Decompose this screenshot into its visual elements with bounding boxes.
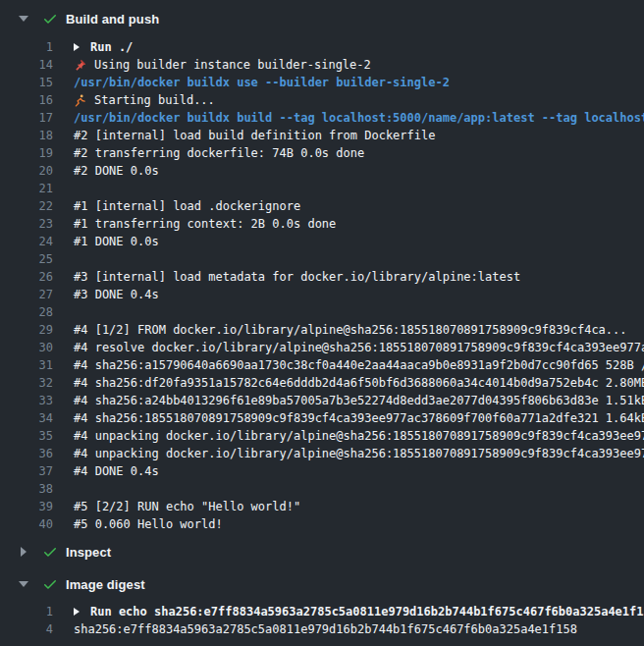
pushpin-icon xyxy=(74,59,86,72)
line-number: 33 xyxy=(0,392,53,409)
log-line[interactable]: 34 #4 sha256:185518070891758909c9f839cf4… xyxy=(0,409,644,427)
line-text-content: /usr/bin/docker buildx use --builder bui… xyxy=(74,74,450,91)
log-line[interactable]: 36 #4 unpacking docker.io/library/alpine… xyxy=(0,445,644,462)
log-line[interactable]: 25 xyxy=(0,250,644,268)
line-text-content: Run echo sha256:e7ff8834a5963a2785c5a081… xyxy=(90,603,644,620)
line-text-content: #4 resolve docker.io/library/alpine@sha2… xyxy=(74,339,644,356)
step-header[interactable]: Inspect xyxy=(0,541,644,563)
log-section: Image digest 1 Run echo sha256:e7ff8834a… xyxy=(0,573,644,638)
command-text: /usr/bin/docker buildx use --builder bui… xyxy=(74,74,450,91)
log-text: #4 unpacking docker.io/library/alpine@sh… xyxy=(74,427,644,445)
line-text-content: Run ./ xyxy=(90,38,133,56)
chevron-down-icon[interactable] xyxy=(18,16,29,22)
line-text-content: #3 DONE 0.4s xyxy=(74,286,159,303)
log-text: #4 sha256:185518070891758909c9f839cf4ca3… xyxy=(74,409,644,427)
step-header[interactable]: Image digest xyxy=(0,573,644,595)
line-number: 14 xyxy=(0,56,53,74)
line-number: 37 xyxy=(0,462,53,480)
log-text: #4 sha256:df20fa9351a15782c64e6dddb2d4a6… xyxy=(74,374,644,392)
line-number: 34 xyxy=(0,409,53,427)
step-header[interactable]: Build and push xyxy=(0,8,644,29)
line-text-content: #4 unpacking docker.io/library/alpine@sh… xyxy=(74,445,644,462)
run-command-text: Run echo sha256:e7ff8834a5963a2785c5a081… xyxy=(74,603,644,620)
log-line[interactable]: 37 #4 DONE 0.4s xyxy=(0,462,644,480)
check-success-icon xyxy=(42,11,58,27)
log-line[interactable]: 32 #4 sha256:df20fa9351a15782c64e6dddb2d… xyxy=(0,374,644,392)
log-line[interactable]: 22 #1 [internal] load .dockerignore xyxy=(0,197,644,215)
log-line[interactable]: 39 #5 [2/2] RUN echo "Hello world!" xyxy=(0,498,644,515)
log-line[interactable]: 17 /usr/bin/docker buildx build --tag lo… xyxy=(0,109,644,127)
log-text: #2 DONE 0.0s xyxy=(74,162,159,180)
log-text: Using builder instance builder-single-2 xyxy=(74,56,371,74)
log-line[interactable]: 20 #2 DONE 0.0s xyxy=(0,162,644,180)
log-line[interactable]: 19 #2 transferring dockerfile: 74B 0.0s … xyxy=(0,144,644,162)
command-text: /usr/bin/docker buildx build --tag local… xyxy=(74,109,644,127)
log-line[interactable]: 14 Using builder instance builder-single… xyxy=(0,56,644,74)
log-line[interactable]: 38 xyxy=(0,480,644,498)
log-line[interactable]: 16 Starting build... xyxy=(0,91,644,109)
log-line[interactable]: 18 #2 [internal] load build definition f… xyxy=(0,127,644,144)
line-text-content: #4 DONE 0.4s xyxy=(74,462,159,480)
log-line[interactable]: 28 xyxy=(0,303,644,321)
log-line[interactable]: 1 Run echo sha256:e7ff8834a5963a2785c5a0… xyxy=(0,603,644,620)
line-number: 32 xyxy=(0,374,53,392)
line-number: 18 xyxy=(0,127,53,144)
play-triangle-icon[interactable] xyxy=(74,43,80,51)
line-text-content: #1 DONE 0.0s xyxy=(74,233,159,250)
log-text: #4 sha256:a15790640a6690aa1730c38cf0a440… xyxy=(74,356,644,374)
line-number: 28 xyxy=(0,303,53,321)
line-text-content: #4 [1/2] FROM docker.io/library/alpine@s… xyxy=(74,321,627,339)
line-text-content: sha256:e7ff8834a5963a2785c5a0811e979d16b… xyxy=(74,620,577,638)
log-line[interactable]: 23 #1 transferring context: 2B 0.0s done xyxy=(0,215,644,233)
log-line[interactable]: 33 #4 sha256:a24bb4013296f61e89ba57005a7… xyxy=(0,392,644,409)
log-text: #3 [internal] load metadata for docker.i… xyxy=(74,268,520,286)
log-text: #4 [1/2] FROM docker.io/library/alpine@s… xyxy=(74,321,627,339)
chevron-down-icon[interactable] xyxy=(18,581,29,587)
log-text: #1 DONE 0.0s xyxy=(74,233,159,250)
line-text-content: #2 DONE 0.0s xyxy=(74,162,159,180)
log-line[interactable]: 26 #3 [internal] load metadata for docke… xyxy=(0,268,644,286)
workflow-log-viewer: Build and push 1 Run ./ 14 Using builder… xyxy=(0,0,644,646)
chevron-right-icon[interactable] xyxy=(18,547,29,557)
line-number: 19 xyxy=(0,144,53,162)
log-text: #4 DONE 0.4s xyxy=(74,462,159,480)
log-line[interactable]: 4 sha256:e7ff8834a5963a2785c5a0811e979d1… xyxy=(0,620,644,638)
line-number: 20 xyxy=(0,162,53,180)
line-number: 17 xyxy=(0,109,53,127)
line-text-content: #5 [2/2] RUN echo "Hello world!" xyxy=(74,498,300,515)
line-text-content: #2 transferring dockerfile: 74B 0.0s don… xyxy=(74,144,364,162)
log-line[interactable]: 35 #4 unpacking docker.io/library/alpine… xyxy=(0,427,644,445)
line-text-content: #2 [internal] load build definition from… xyxy=(74,127,435,144)
log-text: #4 resolve docker.io/library/alpine@sha2… xyxy=(74,339,644,356)
log-line[interactable]: 21 xyxy=(0,180,644,197)
line-text-content: #1 transferring context: 2B 0.0s done xyxy=(74,215,336,233)
log-line[interactable]: 27 #3 DONE 0.4s xyxy=(0,286,644,303)
step-log-lines: 1 Run echo sha256:e7ff8834a5963a2785c5a0… xyxy=(0,603,644,638)
play-triangle-icon[interactable] xyxy=(74,608,80,616)
line-number: 1 xyxy=(0,603,53,620)
line-text-content: #1 [internal] load .dockerignore xyxy=(74,197,300,215)
line-text-content: #4 sha256:df20fa9351a15782c64e6dddb2d4a6… xyxy=(74,374,644,392)
line-number: 30 xyxy=(0,339,53,356)
line-number: 40 xyxy=(0,515,53,533)
line-number: 36 xyxy=(0,445,53,462)
log-line[interactable]: 40 #5 0.060 Hello world! xyxy=(0,515,644,533)
log-line[interactable]: 24 #1 DONE 0.0s xyxy=(0,233,644,250)
log-line[interactable]: 31 #4 sha256:a15790640a6690aa1730c38cf0a… xyxy=(0,356,644,374)
check-success-icon xyxy=(42,544,58,560)
log-section: Inspect xyxy=(0,541,644,563)
line-number: 31 xyxy=(0,356,53,374)
log-line[interactable]: 15 /usr/bin/docker buildx use --builder … xyxy=(0,74,644,91)
log-text: #4 sha256:a24bb4013296f61e89ba57005a7b3e… xyxy=(74,392,644,409)
log-line[interactable]: 1 Run ./ xyxy=(0,38,644,56)
line-number: 27 xyxy=(0,286,53,303)
line-number: 1 xyxy=(0,38,53,56)
line-number: 23 xyxy=(0,215,53,233)
line-text-content: #4 sha256:185518070891758909c9f839cf4ca3… xyxy=(74,409,644,427)
log-line[interactable]: 29 #4 [1/2] FROM docker.io/library/alpin… xyxy=(0,321,644,339)
log-text: #5 [2/2] RUN echo "Hello world!" xyxy=(74,498,300,515)
log-line[interactable]: 30 #4 resolve docker.io/library/alpine@s… xyxy=(0,339,644,356)
run-command-text: Run ./ xyxy=(74,38,133,56)
line-number: 24 xyxy=(0,233,53,250)
log-section: Build and push 1 Run ./ 14 Using builder… xyxy=(0,8,644,533)
